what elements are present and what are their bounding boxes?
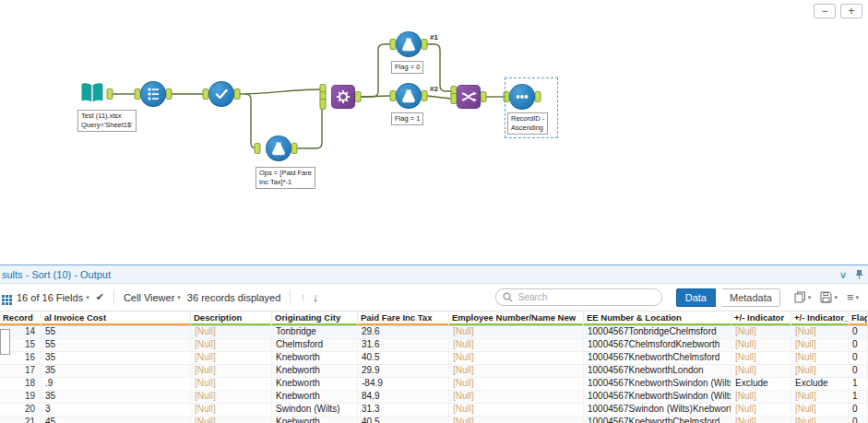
- checkmark-icon: ✔: [96, 291, 104, 303]
- connection-anchor: [166, 89, 172, 100]
- options-menu-button[interactable]: ≡ ▾: [847, 290, 859, 304]
- select-tool[interactable]: [208, 81, 234, 107]
- column-header[interactable]: Description: [191, 311, 272, 325]
- results-table-body: 14 55 [Null] Tonbridge 29.6 [Null] 10004…: [0, 326, 868, 423]
- search-icon: [503, 292, 513, 302]
- search-input[interactable]: [517, 291, 655, 303]
- copy-dropdown-button[interactable]: ▾: [794, 291, 812, 303]
- record-id-tool[interactable]: [140, 81, 166, 107]
- zoom-out-button[interactable]: −: [814, 4, 836, 18]
- cell-flag: 0: [849, 365, 868, 377]
- apply-fields-button[interactable]: ✔: [96, 291, 104, 303]
- column-header[interactable]: +/- Indicator_New: [791, 311, 849, 325]
- side-flyout-panel[interactable]: [0, 329, 10, 355]
- cell-indicator: [Null]: [731, 391, 791, 403]
- results-pane: sults - Sort (10) - Output ∨ 16 of 16 Fi…: [0, 264, 868, 423]
- annotation-line: Inc Tax]*-1: [259, 178, 312, 187]
- book-icon: [77, 78, 107, 108]
- column-header[interactable]: +/- Indicator: [731, 311, 791, 325]
- formula-tool-flag1[interactable]: [396, 83, 422, 109]
- tool-annotation-sort[interactable]: RecordID - Ascending: [507, 112, 548, 135]
- connection-anchor: [320, 85, 326, 95]
- collapse-chevron-icon[interactable]: ∨: [839, 270, 847, 279]
- union-tool-2[interactable]: [457, 85, 481, 109]
- scroll-down-button[interactable]: ↓: [313, 290, 319, 304]
- cell-indicator: [Null]: [731, 417, 791, 423]
- input-data-tool[interactable]: [77, 78, 107, 108]
- column-header-label: Paid Fare Inc Tax: [361, 312, 432, 323]
- cell-flag: 0: [849, 417, 868, 423]
- search-box[interactable]: [495, 288, 662, 306]
- cell-flag: 0: [849, 404, 868, 416]
- cell-employee: [Null]: [449, 404, 584, 416]
- cell-viewer-dropdown[interactable]: Cell Viewer ▾: [124, 292, 181, 303]
- table-row[interactable]: 16 35 [Null] Knebworth 40.5 [Null] 10004…: [0, 352, 868, 365]
- table-row[interactable]: 15 55 [Null] Chelmsford 31.6 [Null] 1000…: [0, 339, 868, 352]
- tool-annotation-flag0[interactable]: Flag = 0: [391, 61, 423, 74]
- table-row[interactable]: 14 55 [Null] Tonbridge 29.6 [Null] 10004…: [0, 326, 868, 339]
- results-grid: Record al Invoice Cost Description Origi…: [0, 311, 868, 423]
- data-tab-button[interactable]: Data: [676, 288, 716, 307]
- cell-description: [Null]: [191, 404, 272, 416]
- tool-annotation-input[interactable]: Test (11).xlsx Query='Sheet1$': [77, 110, 137, 132]
- formula-tool-flag0[interactable]: [396, 31, 422, 57]
- table-view-icon[interactable]: [2, 292, 12, 309]
- tool-annotation-flag1[interactable]: Flag = 1: [391, 112, 423, 125]
- tool-annotation-formula-ops[interactable]: Ops = [Paid Fare Inc Tax]*-1: [256, 167, 315, 189]
- workflow-canvas[interactable]: Test (11).xlsx Query='Sheet1$' Ops = [Pa…: [0, 0, 868, 264]
- connection-anchor: [422, 40, 427, 50]
- results-table-header: Record al Invoice Cost Description Origi…: [0, 311, 868, 326]
- cell-indicator: [Null]: [731, 339, 791, 351]
- fields-dropdown[interactable]: 16 of 16 Fields ▾: [17, 292, 89, 303]
- cell-flag: 0: [849, 339, 868, 351]
- cell-description: [Null]: [191, 365, 272, 377]
- formula-tool-ops[interactable]: [266, 135, 291, 161]
- connection-anchor: [291, 144, 297, 154]
- table-row[interactable]: 19 35 [Null] Knebworth 84.9 [Null] 10004…: [0, 391, 868, 404]
- cell-indicator-new: [Null]: [791, 339, 849, 351]
- cell-originating-city: Knebworth: [272, 365, 358, 377]
- cell-originating-city: Tonbridge: [272, 326, 358, 338]
- cell-employee: [Null]: [449, 352, 584, 364]
- table-row[interactable]: 18 .9 [Null] Knebworth -84.9 [Null] 1000…: [0, 378, 868, 391]
- column-header[interactable]: Employee Number/Name New: [449, 311, 584, 325]
- zoom-in-button[interactable]: +: [840, 4, 862, 18]
- cell-paid-fare: 29.6: [358, 326, 449, 338]
- results-toolbar: 16 of 16 Fields ▾ ✔ Cell Viewer ▾ 36 rec…: [0, 284, 868, 311]
- copy-icon: [794, 291, 806, 303]
- column-header[interactable]: Paid Fare Inc Tax: [358, 311, 449, 325]
- cell-originating-city: Knebworth: [272, 417, 358, 423]
- cell-invoice-cost: 55: [42, 339, 191, 351]
- cell-originating-city: Chelmsford: [272, 339, 358, 351]
- cell-ee-location: 10004567KnebworthSwindon (Wilts): [584, 378, 731, 390]
- cell-description: [Null]: [191, 391, 272, 403]
- column-header-label: EE Number & Location: [587, 312, 682, 323]
- scroll-up-button[interactable]: ↑: [300, 290, 306, 304]
- pin-icon[interactable]: [855, 269, 863, 279]
- cell-record: 19: [0, 391, 42, 403]
- cell-invoice-cost: 35: [42, 391, 191, 403]
- annotation-line: Ascending: [511, 123, 544, 133]
- table-row[interactable]: 20 3 [Null] Swindon (Wilts) 31.3 [Null] …: [0, 404, 868, 417]
- results-pane-header: sults - Sort (10) - Output ∨: [0, 265, 868, 284]
- column-header[interactable]: EE Number & Location: [584, 311, 731, 325]
- annotation-line: Ops = [Paid Fare: [259, 169, 312, 178]
- cell-ee-location: 10004567KnebworthChelmsford: [584, 417, 731, 423]
- column-header[interactable]: Record: [0, 311, 42, 325]
- menu-icon: ≡: [847, 290, 854, 304]
- column-header[interactable]: Flag: [849, 311, 868, 325]
- cell-paid-fare: 40.5: [358, 417, 449, 423]
- union-tool-1[interactable]: [331, 85, 355, 109]
- column-header[interactable]: al Invoice Cost: [42, 311, 191, 325]
- metadata-tab-button[interactable]: Metadata: [722, 288, 780, 307]
- column-header[interactable]: Originating City: [272, 311, 358, 325]
- chevron-down-icon: ▾: [177, 294, 181, 301]
- save-dropdown-button[interactable]: ▾: [820, 291, 838, 303]
- table-row[interactable]: 17 35 [Null] Knebworth 29.9 [Null] 10004…: [0, 365, 868, 378]
- annotation-line: Flag = 0: [395, 63, 420, 72]
- cell-paid-fare: 31.3: [358, 404, 449, 416]
- connection-anchor: [355, 92, 361, 102]
- table-row[interactable]: 21 45 [Null] Knebworth 40.5 [Null] 10004…: [0, 417, 868, 423]
- cell-ee-location: 10004567KnebworthChelmsford: [584, 352, 731, 364]
- cell-indicator-new: [Null]: [791, 391, 849, 403]
